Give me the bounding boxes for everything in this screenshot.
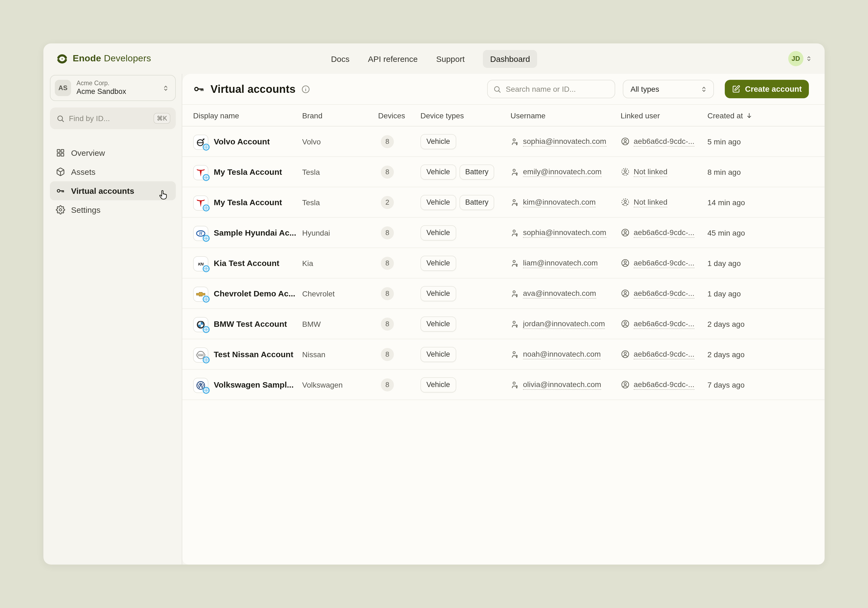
linked-user-value[interactable]: aeb6a6cd-9cdc-...: [634, 349, 694, 359]
brand-tile: VOLVO: [193, 134, 207, 148]
table-row[interactable]: BMW BMW Test Account BMW 8 Vehicle jorda…: [182, 309, 825, 339]
brand-tile: [193, 286, 207, 300]
username-cell: noah@innovatech.com: [510, 349, 621, 359]
linked-user-value[interactable]: aeb6a6cd-9cdc-...: [634, 258, 694, 268]
key-icon: [55, 186, 65, 196]
created-at-cell: 7 days ago: [707, 380, 809, 389]
username-value[interactable]: sophia@innovatech.com: [523, 137, 606, 146]
table-row[interactable]: VOLVO Volvo Account Volvo 8 Vehicle soph…: [182, 126, 825, 157]
device-type-chip: Vehicle: [420, 255, 456, 271]
search-input[interactable]: Search name or ID...: [487, 80, 615, 98]
username-value[interactable]: liam@innovatech.com: [523, 258, 598, 268]
column-created-at[interactable]: Created at: [707, 111, 809, 120]
username-value[interactable]: olivia@innovatech.com: [523, 380, 601, 389]
created-at-cell: 2 days ago: [707, 350, 809, 359]
linked-user-cell: aeb6a6cd-9cdc-...: [621, 137, 707, 146]
linked-user-value[interactable]: aeb6a6cd-9cdc-...: [634, 228, 694, 238]
sidebar: AS Acme Corp. Acme Sandbox Find by ID...…: [43, 74, 182, 564]
linked-user-value[interactable]: aeb6a6cd-9cdc-...: [634, 289, 694, 298]
device-types-cell: Vehicle: [420, 347, 510, 362]
username-value[interactable]: emily@innovatech.com: [523, 167, 601, 177]
nav-api-reference[interactable]: API reference: [368, 54, 418, 63]
app-window: EnodeDevelopers Docs API reference Suppo…: [43, 44, 825, 564]
table-row[interactable]: My Tesla Account Tesla 2 VehicleBattery …: [182, 187, 825, 218]
sidebar-item-label: Assets: [71, 167, 96, 176]
column-username[interactable]: Username: [510, 111, 621, 120]
device-type-chip: Vehicle: [420, 377, 456, 392]
chevron-up-down-icon: [162, 84, 170, 92]
device-type-chip: Vehicle: [420, 316, 456, 331]
nav-dashboard[interactable]: Dashboard: [483, 50, 537, 68]
created-at-cell: 14 min ago: [707, 198, 809, 207]
not-linked-icon: [621, 167, 630, 176]
table-row[interactable]: Chevrolet Demo Ac... Chevrolet 8 Vehicle…: [182, 278, 825, 309]
column-linked-user[interactable]: Linked user: [621, 111, 707, 120]
username-value[interactable]: sophia@innovatech.com: [523, 228, 606, 238]
linked-user-value[interactable]: Not linked: [634, 197, 668, 207]
table-row[interactable]: My Tesla Account Tesla 8 VehicleBattery …: [182, 157, 825, 187]
org-name: Acme Corp.: [76, 79, 162, 87]
create-account-button[interactable]: Create account: [725, 80, 809, 98]
device-types-cell: Vehicle: [420, 286, 510, 301]
user-key-icon: [510, 350, 519, 359]
account-menu[interactable]: JD: [788, 44, 813, 74]
nav-docs[interactable]: Docs: [331, 54, 349, 63]
column-device-types[interactable]: Device types: [420, 111, 510, 120]
sidebar-item-assets[interactable]: Assets: [50, 162, 176, 181]
globe-badge-icon: [202, 386, 210, 394]
table-row[interactable]: Volkswagen Sampl... Volkswagen 8 Vehicle…: [182, 370, 825, 400]
table-row[interactable]: NISSAN Test Nissan Account Nissan 8 Vehi…: [182, 339, 825, 370]
created-at-cell: 8 min ago: [707, 168, 809, 176]
column-created-at-label: Created at: [707, 111, 743, 120]
sidebar-item-settings[interactable]: Settings: [50, 200, 176, 219]
table-body: VOLVO Volvo Account Volvo 8 Vehicle soph…: [182, 126, 825, 400]
enode-logo: EnodeDevelopers: [56, 53, 151, 64]
linked-user-value[interactable]: aeb6a6cd-9cdc-...: [634, 137, 694, 146]
username-value[interactable]: ava@innovatech.com: [523, 289, 596, 298]
linked-user-value[interactable]: aeb6a6cd-9cdc-...: [634, 380, 694, 389]
org-switcher[interactable]: AS Acme Corp. Acme Sandbox: [50, 75, 176, 101]
brand-cell: Kia: [302, 259, 378, 267]
type-filter-select[interactable]: All types: [623, 80, 714, 98]
linked-user-icon: [621, 350, 630, 359]
username-value[interactable]: noah@innovatech.com: [523, 349, 601, 359]
account-name: BMW Test Account: [214, 319, 287, 328]
display-name-cell: BMW BMW Test Account: [193, 317, 302, 331]
username-value[interactable]: jordan@innovatech.com: [523, 319, 605, 329]
device-count-badge: 8: [381, 226, 394, 239]
display-name-cell: KN Kia Test Account: [193, 256, 302, 270]
sidebar-item-virtual-accounts[interactable]: Virtual accounts: [50, 181, 176, 200]
find-by-id-input[interactable]: Find by ID... ⌘K: [50, 107, 176, 129]
linked-user-value[interactable]: Not linked: [634, 167, 668, 177]
account-name: Volkswagen Sampl...: [214, 380, 294, 389]
linked-user-cell: Not linked: [621, 167, 707, 177]
info-icon[interactable]: [301, 84, 310, 94]
screen: EnodeDevelopers Docs API reference Suppo…: [0, 0, 868, 608]
brand-cell: Tesla: [302, 168, 378, 176]
nav-support[interactable]: Support: [436, 54, 465, 63]
app-header: EnodeDevelopers Docs API reference Suppo…: [43, 44, 825, 74]
avatar[interactable]: JD: [788, 51, 803, 66]
username-value[interactable]: kim@innovatech.com: [523, 197, 596, 207]
device-types-cell: Vehicle: [420, 225, 510, 240]
sidebar-item-overview[interactable]: Overview: [50, 143, 176, 162]
page-title: Virtual accounts: [211, 83, 296, 95]
linked-user-value[interactable]: aeb6a6cd-9cdc-...: [634, 319, 694, 329]
column-brand[interactable]: Brand: [302, 111, 378, 120]
column-devices[interactable]: Devices: [378, 111, 420, 120]
gear-icon: [55, 205, 65, 215]
account-name: Volvo Account: [214, 137, 270, 146]
user-key-icon: [510, 319, 519, 328]
globe-badge-icon: [202, 264, 210, 272]
table-row[interactable]: H Sample Hyundai Ac... Hyundai 8 Vehicle…: [182, 218, 825, 248]
user-key-icon: [510, 289, 519, 298]
sidebar-item-label: Overview: [71, 148, 105, 157]
globe-badge-icon: [202, 325, 210, 333]
username-cell: jordan@innovatech.com: [510, 319, 621, 329]
org-labels: Acme Corp. Acme Sandbox: [76, 79, 162, 96]
type-filter-value: All types: [630, 85, 700, 93]
column-display-name[interactable]: Display name: [193, 111, 302, 120]
linked-user-cell: aeb6a6cd-9cdc-...: [621, 289, 707, 298]
linked-user-icon: [621, 228, 630, 237]
table-row[interactable]: KN Kia Test Account Kia 8 Vehicle liam@i…: [182, 248, 825, 278]
